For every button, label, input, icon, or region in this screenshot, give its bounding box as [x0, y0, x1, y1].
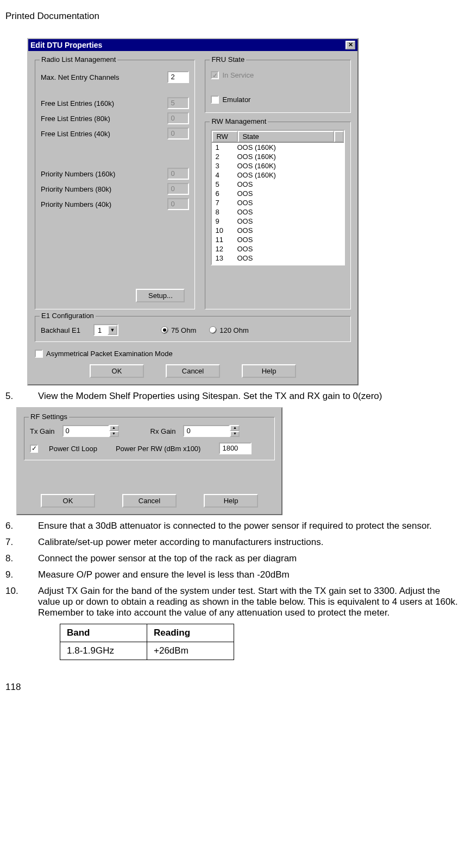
- band-reading-table: Band Reading 1.8-1.9GHz +26dBm: [60, 624, 234, 660]
- label-pn-80: Priority Numbers (80k): [41, 185, 167, 193]
- input-pn-80: 0: [167, 183, 189, 195]
- radio-75-ohm[interactable]: 75 Ohm: [161, 326, 196, 334]
- rw-table-row[interactable]: 13OOS: [212, 254, 344, 263]
- label-tx-gain: Tx Gain: [30, 427, 55, 435]
- rw-cell-rw: 4: [213, 170, 237, 180]
- rw-cell-state: OOS (160K): [237, 161, 343, 170]
- group-rw-management: RW Management RW State 1OOS (160K)2OOS (…: [205, 122, 351, 309]
- group-label: Radio List Management: [40, 55, 117, 64]
- rw-cell-rw: 3: [213, 161, 237, 170]
- rw-table-row[interactable]: 2OOS (160K): [212, 152, 344, 161]
- rw-header-rw[interactable]: RW: [212, 131, 238, 142]
- step-text: Measure O/P power and ensure the level i…: [38, 569, 460, 580]
- close-icon[interactable]: ✕: [345, 41, 355, 49]
- rw-header-spacer: [334, 131, 344, 142]
- input-rx-gain[interactable]: 0: [183, 425, 230, 437]
- spin-up-icon[interactable]: ▲: [109, 425, 119, 431]
- rw-cell-state: OOS: [237, 217, 343, 226]
- rw-cell-rw: 5: [213, 180, 237, 189]
- checkbox-in-service: ✓: [211, 71, 219, 79]
- spin-down-icon[interactable]: ▼: [109, 431, 119, 437]
- input-pn-40: 0: [167, 198, 189, 210]
- rw-table-row[interactable]: 7OOS: [212, 198, 344, 207]
- combo-backhaul-e1[interactable]: 1 ▼: [93, 324, 118, 336]
- label-emulator: Emulator: [222, 96, 250, 104]
- input-pn-160: 0: [167, 168, 189, 180]
- td-reading: +26dBm: [147, 642, 234, 660]
- input-power-per-rw[interactable]: 1800: [219, 442, 252, 454]
- rw-table-row[interactable]: 5OOS: [212, 180, 344, 189]
- dtu-titlebar: Edit DTU Properties ✕: [28, 39, 357, 51]
- rw-cell-state: OOS: [237, 189, 343, 198]
- group-fru-state: FRU State ✓ In Service Emulator: [205, 60, 351, 113]
- label-asym-packet: Asymmetrical Packet Examination Mode: [46, 350, 173, 358]
- rw-cell-state: OOS: [237, 207, 343, 217]
- ok-button[interactable]: OK: [90, 364, 144, 378]
- help-button[interactable]: Help: [204, 494, 258, 508]
- rw-cell-rw: 13: [213, 254, 237, 263]
- td-band: 1.8-1.9GHz: [60, 642, 147, 660]
- spinner-rx-gain[interactable]: 0 ▲ ▼: [183, 425, 240, 437]
- rf-window: RF Settings Tx Gain 0 ▲ ▼ Rx Gain 0 ▲ ▼: [16, 407, 282, 515]
- cancel-button[interactable]: Cancel: [166, 364, 220, 378]
- chevron-down-icon[interactable]: ▼: [108, 325, 117, 335]
- label-fle-80: Free List Entries (80k): [41, 115, 167, 123]
- rw-table-row[interactable]: 8OOS: [212, 207, 344, 217]
- label-pn-40: Priority Numbers (40k): [41, 200, 167, 208]
- rw-table-row[interactable]: 11OOS: [212, 235, 344, 244]
- rw-table-row[interactable]: 6OOS: [212, 189, 344, 198]
- step-number: 8.: [5, 553, 38, 564]
- label-pn-160: Priority Numbers (160k): [41, 170, 167, 178]
- rw-table-row[interactable]: 1OOS (160K): [212, 143, 344, 152]
- step-text: View the Modem Shelf Properties using Si…: [38, 391, 460, 402]
- dtu-title: Edit DTU Properties: [30, 41, 102, 49]
- rw-header-state[interactable]: State: [238, 131, 334, 142]
- table-row: 1.8-1.9GHz +26dBm: [60, 642, 234, 660]
- radio-dot-icon: [209, 326, 217, 334]
- step-number: 9.: [5, 569, 38, 580]
- cancel-button[interactable]: Cancel: [122, 494, 177, 508]
- label-power-ctl-loop: Power Ctl Loop: [49, 445, 97, 453]
- rw-cell-state: OOS (160K): [237, 143, 343, 152]
- rw-cell-state: OOS: [237, 198, 343, 207]
- rw-cell-rw: 9: [213, 217, 237, 226]
- rw-table[interactable]: RW State 1OOS (160K)2OOS (160K)3OOS (160…: [211, 130, 345, 265]
- rw-cell-rw: 2: [213, 152, 237, 161]
- spin-up-icon[interactable]: ▲: [230, 425, 240, 431]
- label-rx-gain: Rx Gain: [150, 427, 176, 435]
- combo-value: 1: [95, 326, 108, 334]
- rw-table-row[interactable]: 4OOS (160K): [212, 170, 344, 180]
- label-in-service: In Service: [222, 71, 254, 79]
- rw-cell-state: OOS: [237, 254, 343, 263]
- page-number: 118: [5, 682, 460, 693]
- label-max-net-entry: Max. Net Entry Channels: [41, 73, 167, 81]
- rw-cell-rw: 1: [213, 143, 237, 152]
- radio-label-120: 120 Ohm: [219, 326, 248, 334]
- checkbox-asym-packet[interactable]: [35, 350, 43, 358]
- group-radio-list-management: Radio List Management Max. Net Entry Cha…: [35, 60, 195, 309]
- help-button[interactable]: Help: [242, 364, 296, 378]
- rw-table-row[interactable]: 3OOS (160K): [212, 161, 344, 170]
- rw-table-row[interactable]: 12OOS: [212, 244, 344, 254]
- checkbox-power-ctl-loop[interactable]: ✓: [30, 445, 38, 453]
- label-fle-160: Free List Entries (160k): [41, 99, 167, 107]
- rw-cell-rw: 7: [213, 198, 237, 207]
- rw-table-row[interactable]: 9OOS: [212, 217, 344, 226]
- step-number: 6.: [5, 521, 38, 531]
- checkbox-emulator[interactable]: [211, 96, 219, 104]
- input-fle-40: 0: [167, 128, 189, 140]
- step-text: Connect the power sensor at the top of t…: [38, 553, 460, 564]
- step-number: 7.: [5, 537, 38, 548]
- rw-table-row[interactable]: 10OOS: [212, 226, 344, 235]
- setup-button[interactable]: Setup...: [136, 289, 185, 302]
- rw-cell-state: OOS: [237, 180, 343, 189]
- rw-cell-rw: 6: [213, 189, 237, 198]
- input-max-net-entry[interactable]: 2: [167, 71, 189, 83]
- rw-cell-rw: 8: [213, 207, 237, 217]
- rw-cell-state: OOS (160K): [237, 152, 343, 161]
- spin-down-icon[interactable]: ▼: [230, 431, 240, 437]
- radio-120-ohm[interactable]: 120 Ohm: [209, 326, 248, 334]
- input-tx-gain[interactable]: 0: [62, 425, 109, 437]
- spinner-tx-gain[interactable]: 0 ▲ ▼: [62, 425, 119, 437]
- ok-button[interactable]: OK: [41, 494, 95, 508]
